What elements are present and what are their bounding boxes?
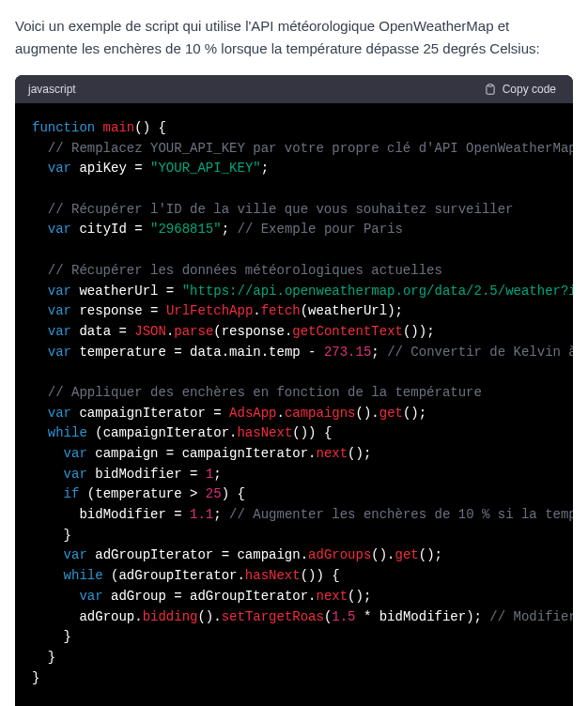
code-block: javascript Copy code function main() { /… [15,75,573,706]
svg-rect-0 [487,84,492,86]
language-label: javascript [28,83,76,96]
code-body[interactable]: function main() { // Remplacez YOUR_API_… [15,103,573,703]
clipboard-icon [484,83,497,96]
copy-code-button[interactable]: Copy code [480,81,560,98]
copy-code-label: Copy code [503,83,556,96]
code-header: javascript Copy code [15,75,573,103]
intro-text: Voici un exemple de script qui utilise l… [15,15,573,60]
